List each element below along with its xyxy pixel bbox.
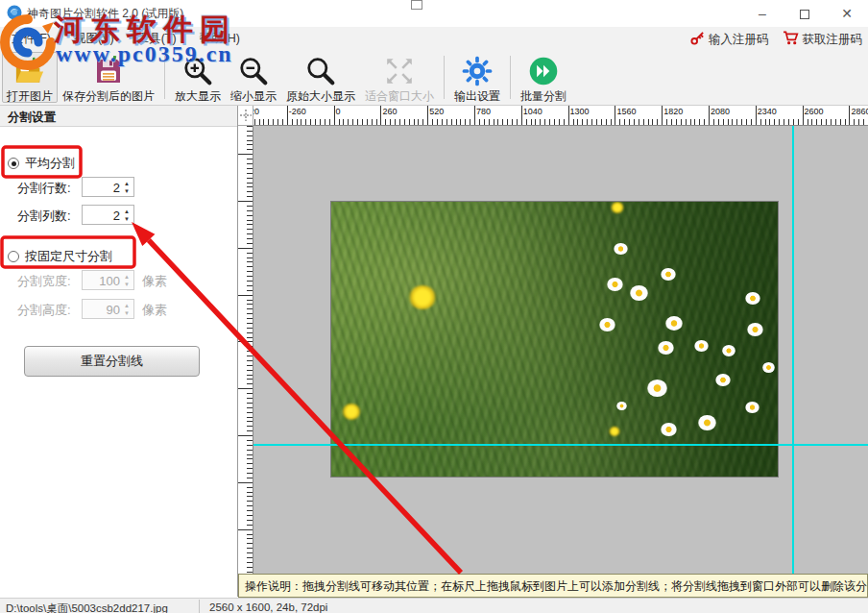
toolbar-button-zoom-out[interactable]: 缩小显示 <box>226 52 281 103</box>
ruler-tick <box>238 201 253 202</box>
ruler-tick <box>779 119 780 125</box>
width-field-row: 分割宽度: 100 ▲ ▼ 像素 <box>17 270 229 291</box>
ruler-tick <box>559 119 560 125</box>
ruler-tick <box>732 119 733 125</box>
height-unit: 像素 <box>142 302 167 319</box>
ruler-tick <box>287 106 288 125</box>
ruler-tick <box>247 173 253 174</box>
rows-spinner[interactable]: ▲ ▼ <box>121 178 133 196</box>
ruler-vertical[interactable]: -26002605207801040130015601820 <box>238 126 253 574</box>
width-label: 分割宽度: <box>17 273 71 290</box>
toolbar-button-open-image[interactable]: 打开图片 <box>2 52 58 103</box>
toolbar-button-batch-split[interactable]: 批量分割 <box>516 52 571 103</box>
ruler-label: 2600 <box>805 107 824 116</box>
cart-icon <box>783 31 799 48</box>
maximize-button[interactable] <box>784 0 826 27</box>
ruler-tick <box>247 281 253 282</box>
spin-down-icon[interactable]: ▼ <box>124 215 130 223</box>
radio-average-split[interactable]: 平均分割 <box>8 155 75 172</box>
register-link-label: 输入注册码 <box>709 32 769 48</box>
toolbar-button-save-split[interactable]: 保存分割后的图片 <box>58 52 159 103</box>
instructions-bar: 操作说明：拖拽分割线可移动其位置；在标尺上拖拽鼠标到图片上可以添加分割线；将分割… <box>238 574 868 598</box>
cols-value: 2 <box>113 208 120 223</box>
ruler-tick <box>624 119 625 125</box>
ruler-tick <box>489 119 490 125</box>
ruler-tick <box>666 119 667 125</box>
ruler-label: 1560 <box>238 484 239 503</box>
menu-item[interactable]: 视图(V) <box>62 27 126 50</box>
menu-item[interactable]: 文件(F) <box>0 27 62 50</box>
cols-spinner[interactable]: ▲ ▼ <box>121 206 133 224</box>
width-spinner: ▲ ▼ <box>121 271 133 289</box>
daisy-flower <box>616 402 627 410</box>
ruler-tick <box>292 119 293 125</box>
ruler-tick <box>247 144 253 145</box>
horizontal-split-line[interactable] <box>253 444 868 446</box>
register-link[interactable]: 获取注册码 <box>783 31 863 48</box>
ruler-tick <box>619 119 620 125</box>
menu-item[interactable]: 工具(T) <box>126 27 188 50</box>
ruler-tick <box>247 215 253 216</box>
width-value: 100 <box>99 274 120 288</box>
ruler-tick <box>247 492 253 493</box>
ruler-tick <box>418 119 419 125</box>
spin-up-icon[interactable]: ▲ <box>124 208 130 215</box>
ruler-tick <box>320 119 321 125</box>
ruler-label: 1040 <box>238 390 239 409</box>
register-link[interactable]: 输入注册码 <box>690 31 769 48</box>
ruler-tick <box>247 450 253 451</box>
ruler-tick <box>409 119 410 125</box>
menu-bar: 文件(F)视图(V)工具(T)帮助(H) 输入注册码获取注册码 <box>0 27 868 50</box>
image-preview[interactable] <box>330 201 779 478</box>
rows-spinbox[interactable]: 2 ▲ ▼ <box>82 177 134 197</box>
reset-split-lines-button[interactable]: 重置分割线 <box>24 346 200 377</box>
ruler-tick <box>442 119 443 125</box>
ruler-tick <box>273 119 274 125</box>
daisy-flower <box>661 268 676 281</box>
radio-fixed-label: 按固定尺寸分割 <box>25 248 112 265</box>
ruler-label: 0 <box>238 203 239 208</box>
ruler-tick <box>247 552 253 553</box>
zoom-in-icon <box>182 56 213 86</box>
ruler-tick <box>470 119 470 125</box>
register-area: 输入注册码获取注册码 <box>690 29 862 50</box>
spin-up-icon[interactable]: ▲ <box>124 180 130 187</box>
ruler-tick <box>502 119 503 125</box>
ruler-tick <box>247 253 253 254</box>
minimize-button[interactable]: – <box>741 0 784 27</box>
toolbar-button-output-settings[interactable]: 输出设置 <box>449 52 505 103</box>
ruler-tick <box>247 393 253 394</box>
ruler-tick <box>432 119 433 125</box>
ruler-tick <box>835 119 836 125</box>
batch-split-icon <box>528 56 559 86</box>
ruler-tick <box>247 463 253 464</box>
ruler-tick <box>376 119 377 125</box>
ruler-tick <box>247 323 253 324</box>
ruler-tick <box>460 119 461 125</box>
ruler-tick <box>422 119 423 125</box>
toolbar-button-zoom-in[interactable]: 放大显示 <box>170 52 226 103</box>
menu-item[interactable]: 帮助(H) <box>188 27 252 50</box>
toolbar-button-zoom-original[interactable]: 原始大小显示 <box>281 52 360 103</box>
toolbar-button-label: 放大显示 <box>175 88 221 105</box>
ruler-tick <box>247 510 253 511</box>
ruler-tick <box>247 140 253 141</box>
radio-fixed-split[interactable]: 按固定尺寸分割 <box>8 248 112 265</box>
ruler-tick <box>535 119 536 125</box>
ruler-tick <box>863 119 864 125</box>
radio-average-label: 平均分割 <box>25 155 75 172</box>
vertical-split-line[interactable] <box>792 126 794 574</box>
spin-down-icon[interactable]: ▼ <box>124 187 130 195</box>
ruler-tick <box>247 383 253 384</box>
ruler-tick <box>247 534 253 535</box>
rows-field-row: 分割行数: 2 ▲ ▼ <box>17 177 229 198</box>
ruler-tick <box>247 478 253 478</box>
ruler-tick <box>587 119 588 125</box>
close-button[interactable]: ✕ <box>826 0 868 27</box>
ruler-horizontal[interactable]: -520-26002605207801040130015601820208023… <box>253 106 868 126</box>
ruler-label: 1300 <box>238 437 239 456</box>
ruler-tick <box>808 119 808 125</box>
toolbar-button-label: 保存分割后的图片 <box>62 88 155 105</box>
cols-spinbox[interactable]: 2 ▲ ▼ <box>82 205 134 225</box>
ruler-tick <box>247 496 253 497</box>
